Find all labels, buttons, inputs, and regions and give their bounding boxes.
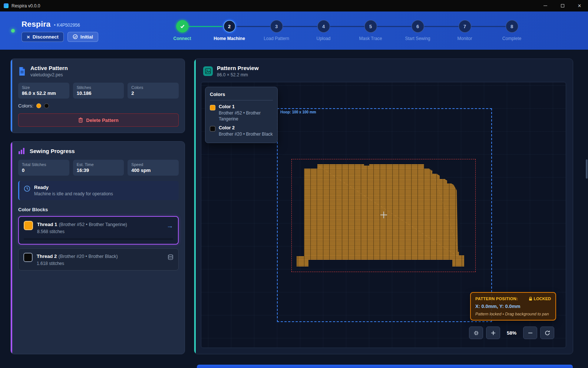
step-monitor[interactable]: 7 Monitor xyxy=(441,20,488,41)
step-circle-6: 6 xyxy=(412,20,424,33)
black-thread-detail xyxy=(364,161,369,166)
minimize-button[interactable] xyxy=(537,0,554,11)
step-label: Upload xyxy=(316,36,330,41)
locked-badge: LOCKED xyxy=(529,296,551,301)
stat-label: Est. Time xyxy=(77,162,120,167)
layers-icon xyxy=(168,254,174,260)
legend-name-1: Color 1 xyxy=(219,104,273,109)
clock-icon xyxy=(24,185,30,192)
step-complete[interactable]: 8 Complete xyxy=(488,20,535,41)
delete-pattern-button[interactable]: Delete Pattern xyxy=(18,113,179,127)
step-label: Load Pattern xyxy=(264,36,289,41)
fit-view-icon xyxy=(473,330,479,336)
app-header: Respira • K4P502956 × Disconnect Initial… xyxy=(0,11,588,50)
pattern-coordinates: X: 0.0mm, Y: 0.0mm xyxy=(475,304,551,309)
stat-label: Colors xyxy=(131,85,175,90)
thread-1-desc: (Brother #52 • Brother Tangerine) xyxy=(59,222,127,227)
thread-1-name: Thread 1 xyxy=(37,222,57,227)
check-icon xyxy=(179,23,185,29)
window-controls: × xyxy=(537,0,588,11)
close-icon: × xyxy=(578,3,581,9)
status-text: Machine is idle and ready for operations xyxy=(34,191,113,196)
document-icon xyxy=(18,67,26,76)
hoop-label: Hoop: 100 x 100 mm xyxy=(280,110,316,114)
minimize-icon xyxy=(544,6,547,6)
step-label: Mask Trace xyxy=(359,36,382,41)
sewing-progress-card: Sewing Progress Total Stitches 0 Est. Ti… xyxy=(10,141,185,354)
step-home-machine[interactable]: 2 Home Machine xyxy=(206,20,253,41)
step-label: Start Sewing xyxy=(405,36,430,41)
workflow-stepper: Connect 2 Home Machine 3 Load Pattern 4 … xyxy=(159,20,535,41)
step-start-sewing[interactable]: 6 Start Sewing xyxy=(394,20,441,41)
pattern-position-title: PATTERN POSITION: xyxy=(475,296,518,301)
x-icon: × xyxy=(27,34,30,40)
app-icon xyxy=(4,3,9,8)
initial-label: Initial xyxy=(80,34,93,40)
legend-swatch-1 xyxy=(210,105,215,110)
zoom-out-button[interactable] xyxy=(523,326,537,339)
thread-1-stitches: 8.568 stitches xyxy=(37,229,162,234)
step-label: Monitor xyxy=(457,36,472,41)
status-title: Ready xyxy=(34,185,113,190)
maximize-icon xyxy=(561,4,564,7)
pattern-position-overlay: PATTERN POSITION: LOCKED X: 0.0mm, Y: 0.… xyxy=(470,292,556,321)
zoom-in-button[interactable] xyxy=(486,326,500,339)
step-connect[interactable]: Connect xyxy=(159,20,206,41)
colors-label: Colors: xyxy=(18,103,33,109)
step-circle-3: 3 xyxy=(270,20,283,33)
step-circle-2: 2 xyxy=(223,20,236,33)
thread-1-swatch xyxy=(24,221,33,230)
initial-button[interactable]: Initial xyxy=(67,32,98,42)
color-dot-black xyxy=(44,103,49,108)
legend-swatch-2 xyxy=(210,126,215,132)
step-load-pattern[interactable]: 3 Load Pattern xyxy=(253,20,300,41)
stat-label: Speed xyxy=(131,162,175,167)
step-label: Complete xyxy=(502,36,521,41)
pattern-lock-hint: Pattern locked • Drag background to pan xyxy=(475,312,551,316)
stat-speed: Speed 400 spm xyxy=(128,160,179,176)
trash-icon xyxy=(78,117,83,123)
stat-label: Total Stitches xyxy=(22,162,66,167)
stat-value: 400 spm xyxy=(131,168,175,173)
fit-view-button[interactable] xyxy=(469,326,483,339)
maximize-button[interactable] xyxy=(554,0,571,11)
stat-value: 16:39 xyxy=(77,168,120,173)
stat-value: 2 xyxy=(131,90,175,96)
minus-icon xyxy=(528,331,533,335)
legend-desc-1: Brother #52 • Brother Tangerine xyxy=(219,110,273,122)
stat-size: Size 86.0 x 52.2 mm xyxy=(18,83,69,99)
close-button[interactable]: × xyxy=(571,0,588,11)
step-circle-5: 5 xyxy=(364,20,377,33)
step-circle-1 xyxy=(176,20,189,33)
stat-colors: Colors 2 xyxy=(128,83,179,99)
stat-value: 0 xyxy=(22,168,66,173)
active-pattern-title: Active Pattern xyxy=(30,65,68,71)
thread-block-2[interactable]: Thread 2 (Brother #20 • Brother Black) 1… xyxy=(18,248,179,271)
center-crosshair xyxy=(380,212,387,218)
lock-icon xyxy=(529,297,532,301)
preview-canvas[interactable]: Hoop: 100 x 100 mm xyxy=(201,82,566,348)
colors-panel-title: Colors xyxy=(210,92,273,100)
machine-serial: • K4P502956 xyxy=(54,23,80,28)
stat-est-time: Est. Time 16:39 xyxy=(73,160,124,176)
stat-value: 10.186 xyxy=(77,90,120,96)
disconnect-button[interactable]: × Disconnect xyxy=(22,32,64,42)
legend-color-1: Color 1 Brother #52 • Brother Tangerine xyxy=(210,104,273,122)
image-icon xyxy=(203,66,213,76)
legend-desc-2: Brother #20 • Brother Black xyxy=(219,131,273,137)
bar-chart-icon xyxy=(18,147,25,155)
thread-2-swatch xyxy=(23,253,33,262)
reset-view-button[interactable] xyxy=(540,326,554,339)
header-main: Respira • K4P502956 × Disconnect Initial xyxy=(22,20,98,42)
preview-title: Pattern Preview xyxy=(217,65,259,71)
thread-2-desc: (Brother #20 • Brother Black) xyxy=(59,254,118,259)
zoom-level: 58% xyxy=(503,330,520,336)
step-mask-trace[interactable]: 5 Mask Trace xyxy=(347,20,394,41)
delete-pattern-label: Delete Pattern xyxy=(86,117,118,123)
step-upload[interactable]: 4 Upload xyxy=(300,20,347,41)
window-scrollbar-thumb[interactable] xyxy=(586,159,588,179)
stat-label: Size xyxy=(22,85,66,90)
thread-block-1[interactable]: Thread 1 (Brother #52 • Brother Tangerin… xyxy=(18,216,179,245)
color-dot-tangerine xyxy=(36,103,41,108)
thread-2-stitches: 1.618 stitches xyxy=(37,261,163,266)
